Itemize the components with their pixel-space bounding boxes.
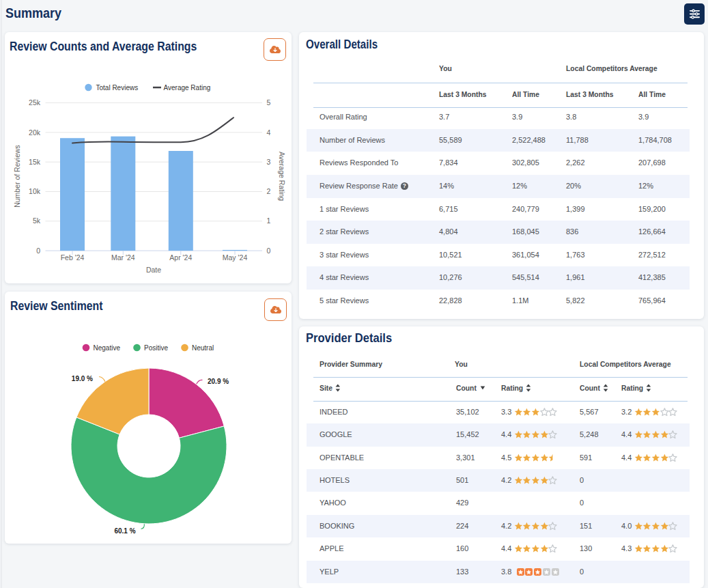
svg-text:0: 0: [267, 247, 271, 255]
svg-text:20k: 20k: [29, 128, 41, 137]
svg-text:Date: Date: [146, 266, 161, 274]
svg-text:20.9 %: 20.9 %: [208, 378, 229, 385]
svg-text:5k: 5k: [33, 216, 41, 225]
svg-text:Mar '24: Mar '24: [111, 253, 135, 262]
svg-text:2: 2: [267, 187, 271, 195]
svg-text:3: 3: [267, 158, 271, 166]
svg-text:Positive: Positive: [144, 344, 168, 352]
svg-text:15k: 15k: [29, 158, 41, 166]
svg-text:5: 5: [267, 98, 271, 107]
svg-text:10k: 10k: [29, 187, 41, 195]
svg-text:25k: 25k: [29, 98, 41, 107]
svg-text:0: 0: [36, 247, 40, 255]
svg-text:Total Reviews: Total Reviews: [96, 84, 139, 92]
svg-text:Neutral: Neutral: [192, 344, 214, 352]
svg-text:May '24: May '24: [223, 253, 248, 262]
svg-text:19.0 %: 19.0 %: [72, 375, 93, 382]
svg-text:Average Rating: Average Rating: [164, 84, 211, 92]
svg-text:Negative: Negative: [94, 344, 121, 352]
svg-text:Feb '24: Feb '24: [61, 253, 85, 262]
svg-text:Apr '24: Apr '24: [169, 253, 192, 262]
svg-text:60.1 %: 60.1 %: [114, 527, 135, 535]
svg-text:Average Rating: Average Rating: [278, 152, 286, 201]
svg-text:Number of Reviews: Number of Reviews: [13, 145, 21, 208]
svg-text:4: 4: [267, 128, 271, 137]
svg-text:1: 1: [267, 216, 271, 225]
